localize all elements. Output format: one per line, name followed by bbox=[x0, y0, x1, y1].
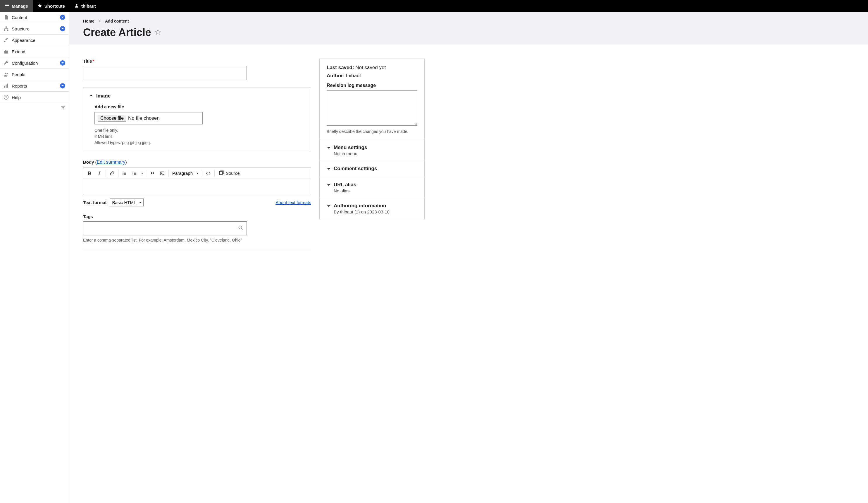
wrench-icon bbox=[3, 60, 9, 66]
search-icon bbox=[238, 225, 243, 232]
hamburger-icon bbox=[5, 3, 9, 9]
sidebar-item-reports[interactable]: Reports bbox=[0, 80, 69, 92]
edit-summary-link[interactable]: Edit summary bbox=[97, 160, 125, 164]
svg-rect-6 bbox=[7, 30, 9, 31]
svg-rect-9 bbox=[4, 86, 5, 88]
text-format-label: Text format bbox=[83, 200, 107, 205]
body-textarea[interactable] bbox=[83, 179, 311, 195]
topbar-shortcuts-label: Shortcuts bbox=[44, 3, 65, 9]
svg-point-18 bbox=[123, 172, 123, 172]
svg-rect-4 bbox=[6, 27, 7, 28]
add-file-label: Add a new file bbox=[94, 104, 305, 109]
link-button[interactable] bbox=[107, 168, 117, 178]
source-button[interactable]: Source bbox=[216, 170, 243, 176]
sitemap-icon bbox=[3, 26, 9, 31]
sidebar-item-structure[interactable]: Structure bbox=[0, 23, 69, 34]
text-format-select[interactable]: Basic HTML bbox=[110, 199, 144, 207]
breadcrumb-add-content[interactable]: Add content bbox=[105, 19, 129, 23]
svg-rect-1 bbox=[5, 5, 9, 6]
sidebar-item-people[interactable]: People bbox=[0, 69, 69, 80]
sidebar-item-help[interactable]: ? Help bbox=[0, 92, 69, 103]
topbar-user[interactable]: thibaut bbox=[70, 0, 101, 12]
topbar-manage-label: Manage bbox=[12, 3, 28, 9]
svg-line-34 bbox=[241, 228, 243, 230]
help-icon: ? bbox=[3, 94, 9, 100]
accordion-authoring-info[interactable]: Authoring information By thibaut (1) on … bbox=[320, 198, 424, 219]
italic-button[interactable] bbox=[94, 168, 104, 178]
source-icon bbox=[219, 170, 224, 176]
breadcrumb: Home › Add content bbox=[83, 19, 854, 23]
breadcrumb-home[interactable]: Home bbox=[83, 19, 94, 23]
svg-rect-10 bbox=[6, 84, 7, 88]
topbar-manage[interactable]: Manage bbox=[0, 0, 33, 12]
sidebar-item-label: Appearance bbox=[12, 38, 35, 43]
svg-point-31 bbox=[162, 172, 162, 173]
title-field-group: Title* bbox=[83, 59, 311, 80]
user-icon bbox=[74, 3, 79, 9]
revision-log-label: Revision log message bbox=[327, 83, 417, 88]
editor-toolbar: 123 Paragraph bbox=[83, 168, 311, 179]
chevron-up-icon bbox=[89, 93, 93, 99]
title-input[interactable] bbox=[83, 66, 247, 80]
svg-line-17 bbox=[99, 172, 100, 175]
image-details: Image Add a new file Choose file No file… bbox=[83, 88, 311, 152]
paintbrush-icon bbox=[3, 38, 9, 43]
file-icon bbox=[3, 14, 9, 20]
sidebar-item-label: Configuration bbox=[12, 61, 38, 66]
choose-file-button[interactable]: Choose file bbox=[98, 115, 126, 122]
about-text-formats-link[interactable]: About text formats bbox=[276, 200, 311, 205]
sidebar-item-label: Content bbox=[12, 15, 27, 20]
bar-chart-icon bbox=[3, 83, 9, 88]
author: Author: thibaut bbox=[327, 73, 417, 79]
chevron-down-icon bbox=[327, 203, 331, 209]
sidebar-item-label: Reports bbox=[12, 83, 27, 88]
code-button[interactable] bbox=[203, 168, 213, 178]
file-input-box[interactable]: Choose file No file chosen bbox=[94, 112, 203, 124]
chevron-down-icon bbox=[60, 83, 65, 88]
blockquote-button[interactable] bbox=[147, 168, 157, 178]
sidebar-item-appearance[interactable]: Appearance bbox=[0, 34, 69, 46]
revision-log-textarea[interactable] bbox=[327, 90, 417, 125]
file-help: One file only. 2 MB limit. Allowed types… bbox=[94, 127, 305, 146]
svg-rect-2 bbox=[5, 7, 9, 7]
numbered-list-button[interactable]: 123 bbox=[130, 168, 140, 178]
topbar-shortcuts[interactable]: Shortcuts bbox=[33, 0, 70, 12]
chevron-down-icon bbox=[60, 14, 65, 20]
sidebar-item-configuration[interactable]: Configuration bbox=[0, 57, 69, 69]
list-dropdown-button[interactable] bbox=[140, 168, 145, 178]
sidebar-collapse[interactable] bbox=[0, 104, 69, 112]
svg-point-19 bbox=[123, 173, 123, 174]
image-section-toggle[interactable]: Image bbox=[89, 93, 305, 99]
image-button[interactable] bbox=[157, 168, 167, 178]
sidebar-item-label: People bbox=[12, 72, 25, 77]
chevron-right-icon: › bbox=[99, 19, 100, 23]
required-mark: * bbox=[93, 59, 94, 63]
sidebar-item-extend[interactable]: Extend bbox=[0, 46, 69, 57]
svg-rect-0 bbox=[5, 4, 9, 4]
admin-sidebar: Content Structure Appearance Extend Conf… bbox=[0, 12, 69, 503]
topbar-user-label: thibaut bbox=[81, 3, 96, 9]
tags-help: Enter a comma-separated list. For exampl… bbox=[83, 238, 311, 242]
bullet-list-button[interactable] bbox=[120, 168, 130, 178]
accordion-url-alias[interactable]: URL alias No alias bbox=[320, 177, 424, 198]
svg-rect-32 bbox=[219, 172, 223, 175]
chevron-down-icon bbox=[327, 145, 331, 151]
svg-point-3 bbox=[76, 4, 77, 5]
heading-select[interactable]: Paragraph bbox=[170, 170, 200, 177]
accordion-comment-settings[interactable]: Comment settings bbox=[320, 161, 424, 177]
svg-point-20 bbox=[123, 174, 123, 175]
meta-column: Last saved: Not saved yet Author: thibau… bbox=[319, 59, 425, 250]
sidebar-item-content[interactable]: Content bbox=[0, 12, 69, 23]
chevron-down-icon bbox=[60, 60, 65, 66]
svg-point-7 bbox=[5, 73, 7, 74]
form-column: Title* Image Add a new file Choose file bbox=[83, 59, 311, 250]
chevron-down-icon bbox=[327, 166, 331, 172]
tags-input[interactable] bbox=[83, 221, 247, 235]
image-section-label: Image bbox=[96, 93, 111, 99]
bold-button[interactable] bbox=[84, 168, 94, 178]
star-icon bbox=[38, 3, 42, 9]
page-header: Home › Add content Create Article bbox=[69, 12, 868, 44]
accordion-menu-settings[interactable]: Menu settings Not in menu bbox=[320, 140, 424, 161]
favorite-star-icon[interactable] bbox=[155, 29, 161, 36]
puzzle-icon bbox=[3, 49, 9, 54]
